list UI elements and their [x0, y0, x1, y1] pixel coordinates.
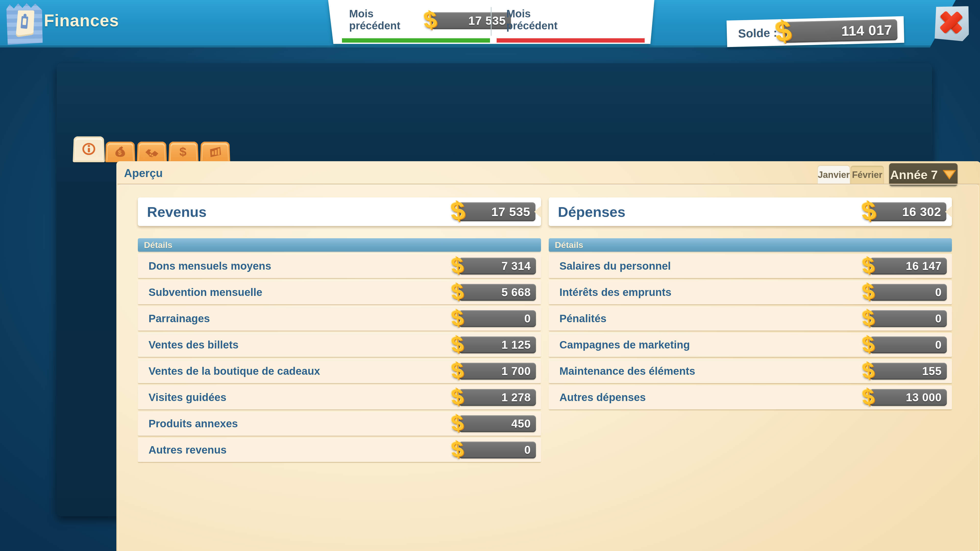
row-label: Subvention mensuelle: [138, 286, 262, 299]
tab-pricing[interactable]: $: [169, 141, 199, 162]
notch-decoration: [534, 206, 541, 218]
bar-chart-icon: [207, 144, 223, 159]
stat-previous-month-expense: Mois précédent $ -16 302: [506, 0, 570, 38]
row-value: 5 668: [501, 286, 536, 299]
table-row: Intérêts des emprunts $ 0: [549, 280, 952, 304]
money-pill: $ 0: [870, 284, 947, 301]
revenues-column: Revenus $ 17 535 Détails Dons mensuels m…: [138, 197, 541, 464]
row-value: 155: [922, 365, 947, 378]
dollar-icon: $: [450, 280, 465, 303]
money-pill: $ 17 535: [458, 202, 535, 221]
close-button[interactable]: [932, 5, 970, 41]
tab-contracts[interactable]: [137, 141, 167, 162]
money-pill: $ 17 535: [431, 12, 511, 29]
row-label: Autres revenus: [138, 444, 227, 456]
row-label: Ventes de la boutique de cadeaux: [138, 365, 320, 377]
row-value: 7 314: [501, 260, 536, 272]
dollar-icon: $: [449, 197, 466, 224]
chevron-down-icon: [942, 169, 956, 180]
revenues-header: Revenus $ 17 535: [138, 197, 541, 226]
money-pill: $ 1 278: [459, 389, 536, 406]
table-row: Visites guidées $ 1 278: [138, 386, 541, 410]
money-pill: $ 450: [459, 415, 536, 432]
row-label: Salaires du personnel: [549, 260, 671, 272]
page-title: Finances: [44, 11, 119, 30]
details-label: Détails: [138, 240, 172, 250]
notch-decoration: [945, 206, 952, 218]
row-label: Intérêts des emprunts: [549, 286, 671, 299]
stat-label: Mois précédent: [506, 0, 570, 32]
row-label: Dons mensuels moyens: [138, 260, 271, 272]
expense-trend-underline: [496, 38, 645, 43]
details-section-header: Détails: [549, 238, 952, 251]
month-button-fevrier[interactable]: Février: [850, 166, 884, 184]
dollar-icon: $: [861, 306, 876, 329]
row-label: Visites guidées: [138, 391, 226, 403]
rows: Salaires du personnel $ 16 147 Intérêts …: [549, 254, 952, 410]
balance-label: Solde :: [727, 26, 777, 41]
money-pill: $ 0: [459, 441, 536, 458]
row-value: 1 278: [501, 391, 536, 404]
column-title: Revenus: [138, 203, 207, 220]
income-trend-underline: [342, 38, 490, 43]
overview-panel: Aperçu Janvier Février Année 7 Revenus $: [116, 161, 980, 551]
money-pill: $ 16 147: [870, 258, 947, 275]
svg-text:$: $: [118, 149, 121, 156]
row-value: 450: [511, 417, 536, 430]
book-icon: [9, 7, 40, 41]
details-section-header: Détails: [138, 238, 541, 251]
dollar-icon: $: [450, 359, 465, 382]
money-pill: $ 1 125: [459, 337, 536, 353]
row-value: 0: [935, 312, 947, 325]
money-pill: $ 5 668: [459, 284, 536, 301]
money-pill: $ 1 700: [459, 363, 536, 380]
tab-donations[interactable]: $: [105, 141, 135, 162]
table-row: Autres dépenses $ 13 000: [549, 386, 952, 410]
stat-previous-month-income: Mois précédent $ 17 535: [349, 0, 413, 38]
row-label: Produits annexes: [138, 418, 238, 430]
month-button-janvier[interactable]: Janvier: [818, 166, 850, 184]
dollar-icon: $: [450, 411, 465, 434]
year-dropdown[interactable]: Année 7: [889, 163, 958, 186]
table-row: Campagnes de marketing $ 0: [549, 333, 952, 357]
tab-overview[interactable]: [73, 137, 105, 162]
row-value: 0: [525, 312, 536, 325]
balance-banner: Solde : $ 114 017: [727, 16, 904, 47]
row-label: Ventes des billets: [138, 339, 239, 351]
handshake-icon: [144, 144, 160, 159]
expenses-header: Dépenses $ 16 302: [549, 197, 952, 226]
table-row: Dons mensuels moyens $ 7 314: [138, 254, 541, 278]
row-value: 0: [935, 286, 947, 299]
monthly-stats-banner: Mois précédent $ 17 535 Mois précédent $…: [326, 0, 654, 44]
dollar-icon: $: [450, 254, 465, 277]
divider: [491, 7, 492, 36]
table-row: Ventes des billets $ 1 125: [138, 333, 541, 357]
table-row: Parrainages $ 0: [138, 306, 541, 330]
table-row: Produits annexes $ 450: [138, 412, 541, 436]
finances-screen: Finances Mois précédent $ 17 535 Mois pr…: [0, 0, 980, 551]
svg-text:$: $: [179, 145, 186, 159]
money-pill: $ 0: [870, 310, 947, 327]
row-label: Campagnes de marketing: [549, 339, 690, 351]
row-value: 0: [525, 444, 536, 456]
dollar-icon: $: [450, 437, 465, 461]
details-label: Détails: [549, 240, 584, 250]
stat-label: Mois précédent: [349, 0, 413, 32]
table-row: Autres revenus $ 0: [138, 438, 541, 462]
row-label: Parrainages: [138, 313, 210, 325]
year-dropdown-label: Année 7: [890, 168, 938, 182]
dollar-icon: $: [450, 332, 465, 356]
tab-charts[interactable]: [200, 141, 230, 162]
finances-window: $ $ Aperçu Janvier Févri: [57, 63, 932, 516]
close-icon: [940, 11, 963, 34]
money-pill: $ 114 017: [783, 19, 897, 43]
dollar-icon: $: [773, 16, 793, 46]
panel-title: Aperçu: [124, 167, 163, 179]
money-bag-icon: $: [112, 144, 128, 159]
dollar-icon: $: [860, 197, 877, 224]
row-value: 0: [935, 338, 947, 351]
row-label: Pénalités: [549, 313, 606, 325]
row-label: Maintenance des éléments: [549, 365, 695, 377]
table-row: Ventes de la boutique de cadeaux $ 1 700: [138, 359, 541, 383]
rows: Dons mensuels moyens $ 7 314 Subvention …: [138, 254, 541, 462]
